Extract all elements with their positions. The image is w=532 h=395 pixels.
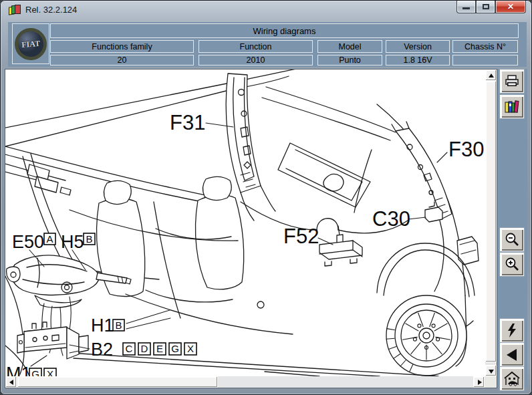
back-arrow-icon [504,347,520,363]
callout-code: M1 [6,364,31,376]
scroll-right-icon [478,380,482,385]
col-version-label: Version [386,40,450,53]
scroll-left-button[interactable] [5,376,17,388]
callout-box-letter: G [171,343,179,354]
callout-code: H1 [91,315,114,336]
scroll-down-icon [489,370,494,374]
callout-code: F31 [170,111,205,134]
logo-cell: FIAT [12,23,49,64]
app-icon[interactable] [9,5,21,15]
maximize-button[interactable] [476,1,495,13]
scrollbar-corner [485,376,497,388]
toolbar [497,69,527,388]
version-value: 1.8 16V [386,55,450,65]
callout-box-letter: B [86,233,92,245]
function-value: 2010 [198,55,313,65]
back-button[interactable] [500,343,524,366]
col-model-label: Model [317,40,382,53]
fiat-logo: FIAT [13,27,47,61]
col-function-label: Function [198,40,313,53]
manuals-books-icon [504,99,520,115]
model-value: Punto [317,55,382,65]
callout-box-letter: G [31,368,39,376]
minimize-icon [462,7,470,9]
callout-m1[interactable]: M1 G X [6,356,56,376]
callout-box-letter: X [47,368,53,376]
callout-f30[interactable]: F30 [437,138,484,162]
page-title: Wiring diagrams [50,23,519,38]
horizontal-scroll-thumb[interactable] [17,376,218,388]
zoom-out-icon [504,232,520,248]
close-button[interactable]: ✕ [495,1,526,13]
lightning-icon [505,323,519,339]
callout-h1[interactable]: H1 B [91,310,170,336]
callout-box-letter: A [46,233,53,245]
callout-f31[interactable]: F31 [170,111,233,134]
home-button[interactable] [500,367,524,390]
minimize-button[interactable] [456,1,476,13]
header-band: FIAT Wiring diagrams Functions family Fu… [8,22,527,67]
vertical-scroll-thumb[interactable] [485,81,497,362]
callout-box-letter: D [141,343,148,354]
callout-code: F52 [283,225,319,248]
scroll-up-button[interactable] [485,70,497,81]
callout-c30[interactable]: C30 [372,207,426,231]
scroll-up-icon [489,74,494,78]
printer-icon [504,74,520,90]
horizontal-scrollbar[interactable] [5,376,485,388]
zoom-in-button[interactable] [500,253,524,276]
zoom-out-button[interactable] [500,228,524,251]
callout-box-letter: E [156,343,163,354]
zoom-in-icon [504,257,520,273]
print-button[interactable] [500,70,524,93]
callout-code: H5 [61,232,84,252]
callout-box-letter: X [187,343,194,354]
functions-family-value: 20 [50,55,194,65]
maximize-icon [483,4,489,9]
application-window: Rel. 32.2.124 ✕ FIAT Wiring diagrams Fun… [0,0,532,395]
callout-code: F30 [448,138,484,161]
callout-box-letter: C [126,343,133,354]
callout-code: E50 [12,232,44,252]
col-functions-family-label: Functions family [50,40,194,53]
window-title: Rel. 32.2.124 [25,5,77,15]
diagram-viewport: F31 F30 C30 F52 E50 A [5,70,485,376]
scroll-right-button[interactable] [473,376,485,388]
scroll-down-button[interactable] [485,365,497,376]
scroll-left-icon [9,380,13,385]
callout-code: B2 [91,340,113,360]
home-car-icon [503,371,521,387]
close-icon: ✕ [496,2,525,11]
title-bar[interactable]: Rel. 32.2.124 ✕ [0,0,532,20]
manuals-button[interactable] [500,95,524,118]
vertical-scrollbar[interactable] [485,70,497,376]
col-chassis-label: Chassis N° [452,40,518,53]
car-diagram: F31 F30 C30 F52 E50 A [5,70,485,376]
diagram-canvas-frame: F31 F30 C30 F52 E50 A [5,69,497,388]
callout-code: C30 [372,207,410,231]
chassis-value [452,55,518,65]
callout-box-letter: B [115,319,122,331]
wiring-power-button[interactable] [500,319,524,342]
